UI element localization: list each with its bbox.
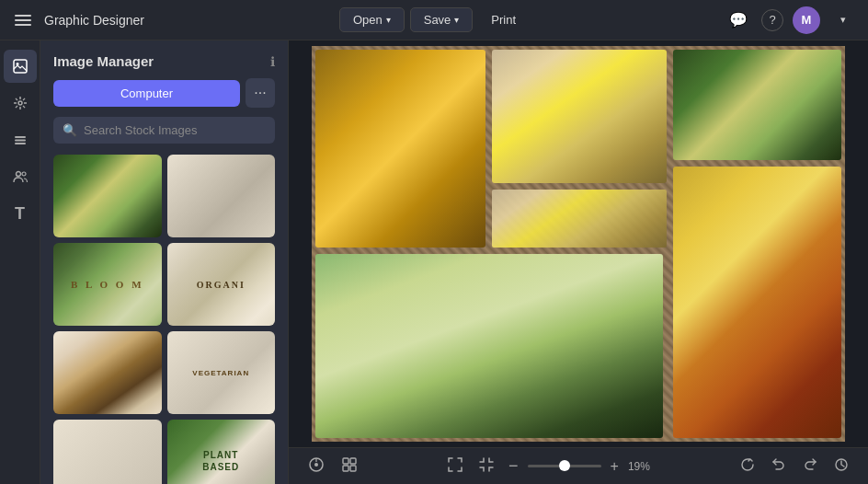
collage-cell-lemon[interactable]	[492, 50, 667, 183]
svg-line-10	[15, 106, 17, 108]
svg-rect-19	[343, 458, 348, 464]
layers-toggle-icon[interactable]	[303, 452, 329, 481]
history-icon[interactable]	[829, 453, 853, 480]
collage-cell-bottle[interactable]	[673, 50, 841, 160]
collage-cell-forest[interactable]	[315, 254, 663, 438]
open-chevron-icon: ▾	[386, 15, 391, 25]
collage-cell-woman[interactable]	[673, 167, 841, 438]
svg-rect-22	[350, 466, 356, 471]
open-button[interactable]: Open ▾	[339, 7, 405, 32]
info-icon[interactable]: ℹ	[270, 54, 275, 69]
rail-images-icon[interactable]	[4, 50, 37, 83]
image-grid: B L O O M ORGANI VEGETARIAN PLANTBASED	[40, 155, 288, 484]
svg-rect-12	[15, 140, 26, 142]
app-title: Graphic Designer	[44, 13, 144, 28]
help-icon[interactable]: ?	[761, 9, 783, 31]
grid-toggle-icon[interactable]	[337, 452, 362, 481]
svg-rect-0	[14, 60, 27, 73]
svg-line-9	[23, 98, 25, 100]
rail-users-icon[interactable]	[4, 160, 37, 193]
canvas-area: − + 19%	[289, 40, 868, 484]
shrink-icon[interactable]	[474, 452, 499, 481]
svg-point-17	[314, 463, 318, 467]
icon-rail: T	[0, 40, 40, 484]
zoom-in-icon[interactable]: +	[607, 455, 622, 478]
collage-cell-lemon2[interactable]	[492, 190, 667, 248]
menu-button[interactable]	[11, 11, 35, 29]
topbar-left: Graphic Designer	[11, 11, 339, 29]
chat-icon[interactable]: 💬	[725, 6, 752, 34]
svg-line-7	[15, 98, 17, 100]
thumbnail-texture[interactable]	[167, 155, 276, 237]
thumbnail-bloom[interactable]: B L O O M	[53, 243, 162, 326]
topbar: Graphic Designer Open ▾ Save ▾ Print 💬 ?…	[0, 0, 868, 40]
svg-rect-11	[15, 136, 26, 138]
thumbnail-organic[interactable]: ORGANI	[167, 243, 276, 326]
thumbnail-vegetarian[interactable]: VEGETARIAN	[167, 331, 276, 414]
computer-button[interactable]: Computer	[53, 80, 240, 107]
image-manager-panel: Image Manager ℹ Computer ··· 🔍 Search St…	[40, 40, 289, 484]
search-placeholder-text: Search Stock Images	[84, 123, 198, 137]
topbar-right: 💬 ? M ▾	[529, 6, 857, 34]
bottom-right	[736, 453, 853, 480]
save-button[interactable]: Save ▾	[410, 7, 474, 32]
bottom-bar: − + 19%	[289, 447, 868, 484]
account-chevron-icon[interactable]: ▾	[829, 6, 857, 34]
topbar-center: Open ▾ Save ▾ Print	[339, 7, 529, 32]
thumbnail-paper[interactable]	[53, 420, 162, 484]
thumbnail-plant-based[interactable]: PLANTBASED	[167, 420, 276, 484]
bottom-center: − + 19%	[442, 452, 656, 481]
svg-point-2	[18, 101, 22, 105]
redo-icon[interactable]	[798, 453, 822, 480]
avatar[interactable]: M	[793, 6, 820, 34]
undo-icon[interactable]	[767, 453, 791, 480]
fit-to-screen-icon[interactable]	[442, 452, 468, 481]
search-stock-bar[interactable]: 🔍 Search Stock Images	[53, 117, 275, 144]
svg-rect-20	[350, 458, 356, 464]
save-chevron-icon: ▾	[454, 15, 459, 25]
zoom-value: 19%	[628, 460, 656, 473]
panel-title: Image Manager	[53, 53, 154, 69]
thumbnail-plant-pot[interactable]	[53, 331, 162, 414]
search-icon: 🔍	[63, 123, 77, 137]
thumbnail-bottle[interactable]	[53, 155, 162, 237]
main-layout: T Image Manager ℹ Computer ··· 🔍 Search …	[0, 40, 868, 484]
svg-rect-13	[15, 143, 26, 144]
svg-point-15	[22, 172, 26, 176]
rail-text-icon[interactable]: T	[4, 197, 37, 230]
collage-cell-juice[interactable]	[315, 50, 485, 248]
rail-effects-icon[interactable]	[4, 86, 37, 120]
zoom-out-icon[interactable]: −	[505, 453, 522, 479]
refresh-icon[interactable]	[736, 453, 760, 480]
collage-canvas[interactable]	[312, 46, 845, 442]
bottom-left	[303, 452, 362, 481]
svg-point-14	[16, 172, 20, 177]
more-options-button[interactable]: ···	[246, 78, 275, 108]
print-button[interactable]: Print	[478, 8, 529, 31]
zoom-slider[interactable]	[528, 465, 601, 467]
rail-layers-icon[interactable]	[4, 123, 37, 156]
panel-buttons: Computer ···	[40, 78, 288, 117]
svg-rect-21	[343, 466, 348, 471]
panel-header: Image Manager ℹ	[40, 40, 288, 78]
svg-line-8	[23, 106, 25, 108]
canvas-content[interactable]	[289, 40, 868, 447]
